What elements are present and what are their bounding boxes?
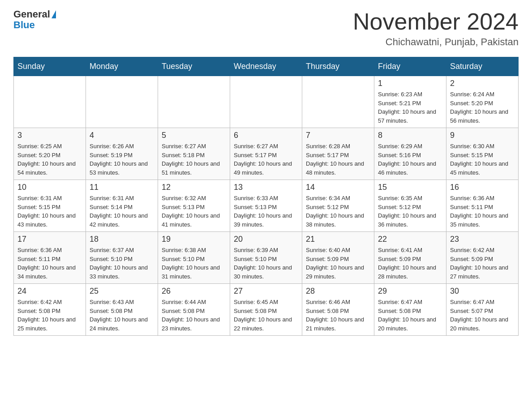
day-number: 10 <box>17 183 82 192</box>
calendar-cell: 27Sunrise: 6:45 AM Sunset: 5:08 PM Dayli… <box>230 284 302 336</box>
day-info: Sunrise: 6:28 AM Sunset: 5:17 PM Dayligh… <box>306 142 370 177</box>
weekday-header-row: SundayMondayTuesdayWednesdayThursdayFrid… <box>14 57 519 76</box>
calendar-cell: 25Sunrise: 6:43 AM Sunset: 5:08 PM Dayli… <box>86 284 158 336</box>
calendar-cell: 12Sunrise: 6:32 AM Sunset: 5:13 PM Dayli… <box>158 180 230 232</box>
weekday-header-thursday: Thursday <box>302 57 374 76</box>
weekday-header-wednesday: Wednesday <box>230 57 302 76</box>
day-number: 24 <box>17 287 82 296</box>
calendar-cell <box>14 76 86 128</box>
day-info: Sunrise: 6:37 AM Sunset: 5:10 PM Dayligh… <box>90 246 154 281</box>
title-section: November 2024 Chichawatni, Punjab, Pakis… <box>353 9 519 48</box>
day-info: Sunrise: 6:31 AM Sunset: 5:14 PM Dayligh… <box>90 194 154 229</box>
week-row-3: 10Sunrise: 6:31 AM Sunset: 5:15 PM Dayli… <box>14 180 519 232</box>
day-info: Sunrise: 6:29 AM Sunset: 5:16 PM Dayligh… <box>378 142 442 177</box>
day-info: Sunrise: 6:27 AM Sunset: 5:17 PM Dayligh… <box>234 142 298 177</box>
day-info: Sunrise: 6:30 AM Sunset: 5:15 PM Dayligh… <box>450 142 515 177</box>
day-info: Sunrise: 6:44 AM Sunset: 5:08 PM Dayligh… <box>162 298 226 333</box>
calendar-cell: 28Sunrise: 6:46 AM Sunset: 5:08 PM Dayli… <box>302 284 374 336</box>
day-info: Sunrise: 6:23 AM Sunset: 5:21 PM Dayligh… <box>378 90 442 125</box>
day-info: Sunrise: 6:31 AM Sunset: 5:15 PM Dayligh… <box>17 194 82 229</box>
calendar-cell: 16Sunrise: 6:36 AM Sunset: 5:11 PM Dayli… <box>446 180 519 232</box>
calendar-cell: 26Sunrise: 6:44 AM Sunset: 5:08 PM Dayli… <box>158 284 230 336</box>
day-number: 27 <box>234 287 298 296</box>
calendar-cell: 15Sunrise: 6:35 AM Sunset: 5:12 PM Dayli… <box>374 180 446 232</box>
logo-triangle-icon <box>51 10 56 18</box>
day-info: Sunrise: 6:25 AM Sunset: 5:20 PM Dayligh… <box>17 142 82 177</box>
calendar-cell: 29Sunrise: 6:47 AM Sunset: 5:08 PM Dayli… <box>374 284 446 336</box>
day-info: Sunrise: 6:47 AM Sunset: 5:08 PM Dayligh… <box>378 298 442 333</box>
week-row-1: 1Sunrise: 6:23 AM Sunset: 5:21 PM Daylig… <box>14 76 519 128</box>
day-info: Sunrise: 6:40 AM Sunset: 5:09 PM Dayligh… <box>306 246 370 281</box>
calendar-cell: 24Sunrise: 6:42 AM Sunset: 5:08 PM Dayli… <box>14 284 86 336</box>
calendar-cell <box>302 76 374 128</box>
calendar-cell: 13Sunrise: 6:33 AM Sunset: 5:13 PM Dayli… <box>230 180 302 232</box>
day-info: Sunrise: 6:42 AM Sunset: 5:09 PM Dayligh… <box>450 246 515 281</box>
day-number: 15 <box>378 183 442 192</box>
location-title: Chichawatni, Punjab, Pakistan <box>353 36 519 48</box>
calendar-cell: 18Sunrise: 6:37 AM Sunset: 5:10 PM Dayli… <box>86 232 158 284</box>
calendar-cell <box>86 76 158 128</box>
logo-text-blue: Blue <box>13 19 35 30</box>
day-info: Sunrise: 6:42 AM Sunset: 5:08 PM Dayligh… <box>17 298 82 333</box>
day-info: Sunrise: 6:41 AM Sunset: 5:09 PM Dayligh… <box>378 246 442 281</box>
day-info: Sunrise: 6:38 AM Sunset: 5:10 PM Dayligh… <box>162 246 226 281</box>
logo-text-general: General <box>13 9 50 20</box>
day-number: 2 <box>450 79 515 88</box>
calendar-cell: 17Sunrise: 6:36 AM Sunset: 5:11 PM Dayli… <box>14 232 86 284</box>
calendar-cell: 9Sunrise: 6:30 AM Sunset: 5:15 PM Daylig… <box>446 128 519 180</box>
day-number: 19 <box>162 235 226 244</box>
calendar-cell: 7Sunrise: 6:28 AM Sunset: 5:17 PM Daylig… <box>302 128 374 180</box>
month-title: November 2024 <box>353 9 519 34</box>
page-header: General Blue November 2024 Chichawatni, … <box>13 9 519 48</box>
calendar-cell: 8Sunrise: 6:29 AM Sunset: 5:16 PM Daylig… <box>374 128 446 180</box>
calendar-cell: 20Sunrise: 6:39 AM Sunset: 5:10 PM Dayli… <box>230 232 302 284</box>
day-number: 11 <box>90 183 154 192</box>
day-number: 30 <box>450 287 515 296</box>
day-info: Sunrise: 6:35 AM Sunset: 5:12 PM Dayligh… <box>378 194 442 229</box>
day-number: 25 <box>90 287 154 296</box>
day-number: 23 <box>450 235 515 244</box>
calendar-cell: 22Sunrise: 6:41 AM Sunset: 5:09 PM Dayli… <box>374 232 446 284</box>
weekday-header-friday: Friday <box>374 57 446 76</box>
day-info: Sunrise: 6:47 AM Sunset: 5:07 PM Dayligh… <box>450 298 515 333</box>
calendar-cell: 2Sunrise: 6:24 AM Sunset: 5:20 PM Daylig… <box>446 76 519 128</box>
day-number: 5 <box>162 131 226 140</box>
day-number: 28 <box>306 287 370 296</box>
week-row-5: 24Sunrise: 6:42 AM Sunset: 5:08 PM Dayli… <box>14 284 519 336</box>
calendar-cell: 19Sunrise: 6:38 AM Sunset: 5:10 PM Dayli… <box>158 232 230 284</box>
day-number: 26 <box>162 287 226 296</box>
calendar-cell: 5Sunrise: 6:27 AM Sunset: 5:18 PM Daylig… <box>158 128 230 180</box>
logo: General Blue <box>13 9 56 30</box>
day-number: 21 <box>306 235 370 244</box>
calendar-cell: 1Sunrise: 6:23 AM Sunset: 5:21 PM Daylig… <box>374 76 446 128</box>
weekday-header-monday: Monday <box>86 57 158 76</box>
day-number: 8 <box>378 131 442 140</box>
calendar-cell: 3Sunrise: 6:25 AM Sunset: 5:20 PM Daylig… <box>14 128 86 180</box>
week-row-2: 3Sunrise: 6:25 AM Sunset: 5:20 PM Daylig… <box>14 128 519 180</box>
day-info: Sunrise: 6:32 AM Sunset: 5:13 PM Dayligh… <box>162 194 226 229</box>
day-info: Sunrise: 6:33 AM Sunset: 5:13 PM Dayligh… <box>234 194 298 229</box>
day-number: 4 <box>90 131 154 140</box>
weekday-header-saturday: Saturday <box>446 57 519 76</box>
day-number: 20 <box>234 235 298 244</box>
calendar-cell: 4Sunrise: 6:26 AM Sunset: 5:19 PM Daylig… <box>86 128 158 180</box>
calendar-cell <box>230 76 302 128</box>
day-number: 29 <box>378 287 442 296</box>
day-info: Sunrise: 6:39 AM Sunset: 5:10 PM Dayligh… <box>234 246 298 281</box>
calendar-cell: 14Sunrise: 6:34 AM Sunset: 5:12 PM Dayli… <box>302 180 374 232</box>
calendar-cell: 11Sunrise: 6:31 AM Sunset: 5:14 PM Dayli… <box>86 180 158 232</box>
weekday-header-tuesday: Tuesday <box>158 57 230 76</box>
day-info: Sunrise: 6:36 AM Sunset: 5:11 PM Dayligh… <box>17 246 82 281</box>
day-info: Sunrise: 6:24 AM Sunset: 5:20 PM Dayligh… <box>450 90 515 125</box>
calendar-cell <box>158 76 230 128</box>
calendar-cell: 30Sunrise: 6:47 AM Sunset: 5:07 PM Dayli… <box>446 284 519 336</box>
day-info: Sunrise: 6:46 AM Sunset: 5:08 PM Dayligh… <box>306 298 370 333</box>
calendar-table: SundayMondayTuesdayWednesdayThursdayFrid… <box>13 57 519 336</box>
calendar-cell: 23Sunrise: 6:42 AM Sunset: 5:09 PM Dayli… <box>446 232 519 284</box>
day-number: 1 <box>378 79 442 88</box>
day-info: Sunrise: 6:34 AM Sunset: 5:12 PM Dayligh… <box>306 194 370 229</box>
day-info: Sunrise: 6:45 AM Sunset: 5:08 PM Dayligh… <box>234 298 298 333</box>
day-number: 13 <box>234 183 298 192</box>
weekday-header-sunday: Sunday <box>14 57 86 76</box>
day-number: 9 <box>450 131 515 140</box>
